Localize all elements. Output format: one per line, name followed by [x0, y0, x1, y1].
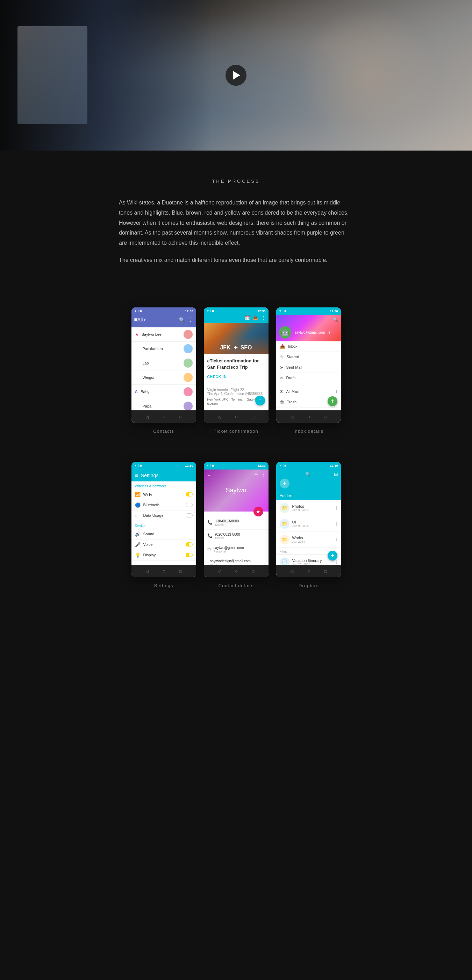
inbox-icon: 📥 [280, 344, 285, 349]
process-section: THE PROCESS As Wiki states, a Duotone is… [0, 151, 472, 293]
status-time: 12:30 [330, 464, 338, 468]
home-button[interactable] [163, 414, 165, 420]
home-button[interactable] [163, 568, 165, 574]
list-item[interactable]: 🎤 Voice [131, 539, 196, 550]
list-item[interactable]: 📥 Inbox [276, 341, 341, 352]
more-icon[interactable]: ℹ [336, 505, 337, 511]
dropdown-icon[interactable]: ▼ [143, 318, 146, 322]
more-icon[interactable]: ℹ [336, 521, 337, 527]
wifi-icon: 📶 [135, 492, 141, 497]
list-item[interactable]: Panxiaoben [131, 342, 196, 356]
phone-more[interactable]: ⋮ [261, 519, 265, 524]
search-icon[interactable]: 🔍 [179, 317, 185, 323]
list-item[interactable]: Weigor [131, 371, 196, 385]
list-item[interactable]: 📁 Works Jan 2014 ℹ [276, 532, 341, 547]
list-item[interactable]: ✉ Drafts [276, 373, 341, 383]
more-icon[interactable]: ℹ [336, 560, 337, 565]
avatar [184, 330, 193, 339]
recents-button[interactable] [252, 568, 254, 574]
back-button[interactable] [218, 414, 221, 420]
home-button[interactable] [235, 568, 238, 574]
menu-icon[interactable]: ≡ [134, 317, 138, 323]
recents-button[interactable] [324, 414, 326, 420]
recents-button[interactable] [324, 568, 326, 574]
list-item[interactable]: 🔵 Bluetooth [131, 500, 196, 511]
list-item[interactable]: ☆ Starred [276, 352, 341, 363]
phone-more[interactable]: ⋮ [261, 533, 265, 537]
avatar [184, 387, 193, 396]
status-bar: ▼ ⟨ ◼ 12:30 [276, 307, 341, 315]
more-icon[interactable]: ⋮ [261, 472, 266, 477]
edit-icon[interactable]: ✏ [255, 472, 258, 477]
home-button[interactable] [307, 414, 310, 420]
more-icon[interactable]: ℹ [336, 537, 337, 542]
settings-phone-wrapper: ▼ ⟨ ◼ 12:30 ≡ Settings Wireless & networ… [131, 462, 196, 588]
star-icon: ☆ [280, 354, 284, 360]
more-icon[interactable]: ⋮ [261, 315, 266, 321]
add-button[interactable]: + [280, 479, 290, 488]
list-item[interactable]: 🔊 Sound [131, 529, 196, 539]
ticket-label: Ticket confirmation [214, 428, 258, 434]
play-button[interactable] [225, 65, 247, 86]
contacts-header: ≡ All ▼ 🔍 ⋮ [131, 315, 196, 328]
list-item[interactable]: 📁 Photos Jan 9, 2014 ℹ [276, 500, 341, 516]
list-item[interactable]: 📁 UI Jan 9, 2014 ℹ [276, 516, 341, 532]
compose-fab[interactable]: + [328, 396, 337, 406]
data-toggle[interactable] [186, 513, 193, 517]
wifi-label: Wi-Fi [143, 492, 152, 496]
favorite-fab[interactable]: ★ [253, 507, 263, 516]
phone-number: 138-0013-8000 [215, 519, 239, 523]
folder-icon: 📁 [280, 535, 290, 544]
list-item[interactable]: 💡 Display [131, 550, 196, 560]
voice-toggle[interactable] [186, 542, 193, 547]
list-item[interactable]: ★ Saytwo Lee [131, 328, 196, 342]
back-button[interactable] [146, 414, 149, 420]
list-item[interactable]: 📶 Wi-Fi [131, 490, 196, 500]
bluetooth-toggle[interactable] [186, 503, 193, 507]
contacts-title-bar: ≡ All ▼ 🔍 ⋮ [134, 315, 193, 325]
menu-icon[interactable]: ≡ [135, 473, 138, 479]
sound-label: Sound [143, 532, 155, 536]
contact-details-phone: ▼ ⟨ ◼ 12:30 ← ✏ ⋮ Saytwo ★ 📞 138-0013-80… [204, 462, 269, 578]
more-icon[interactable]: ⋮ [188, 317, 193, 323]
back-button[interactable] [218, 568, 221, 574]
avatar [184, 358, 193, 368]
dropdown-icon[interactable]: ▼ [328, 331, 331, 334]
list-item[interactable]: 📞 138-0013-8000 Mobile ⋮ [204, 516, 269, 530]
search-icon[interactable]: 🔍 [305, 472, 310, 477]
back-button[interactable] [290, 414, 293, 420]
back-button[interactable] [290, 568, 293, 574]
search-icon[interactable]: 🔍 [333, 317, 338, 322]
recents-button[interactable] [179, 568, 182, 574]
home-button[interactable] [235, 414, 238, 420]
hero-section [0, 0, 472, 151]
folder-info: Works Jan 2014 [292, 536, 305, 543]
phone-type: Mobile [215, 523, 239, 527]
list-item[interactable]: Lao [131, 356, 196, 371]
back-icon[interactable]: ← [207, 473, 212, 478]
list-item[interactable]: 📞 (020)0013-8000 Mobile ⋮ [204, 530, 269, 543]
device-section-label: Device [131, 521, 196, 529]
recents-button[interactable] [252, 414, 254, 420]
wifi-toggle[interactable] [186, 492, 193, 496]
all-label: All [138, 317, 143, 323]
grid-icon[interactable]: ⊞ [334, 471, 338, 477]
archive-icon[interactable]: 📥 [253, 315, 258, 320]
list-item[interactable]: ➤ Sent Mail [276, 363, 341, 373]
list-item[interactable]: ✉ saytwo@gmail.com Personal [204, 543, 269, 556]
list-item[interactable]: ↕ Data Usage [131, 511, 196, 521]
list-item[interactable]: A Baby [131, 385, 196, 399]
nav-bar [131, 565, 196, 578]
list-item[interactable]: ✉ All Mail ℹ [276, 387, 341, 397]
display-toggle[interactable] [186, 553, 193, 557]
upload-fab[interactable]: + [328, 551, 337, 560]
recents-button[interactable] [179, 414, 182, 420]
check-in-button[interactable]: CHECK IN [207, 375, 227, 379]
back-button[interactable] [146, 568, 149, 574]
flight-number: Virgin America Flight 22 [207, 388, 265, 392]
ticket-fab[interactable]: ↑ [255, 396, 265, 406]
phones-row-2: ▼ ⟨ ◼ 12:30 ≡ Settings Wireless & networ… [0, 448, 472, 602]
menu-icon[interactable]: ≡ [279, 471, 282, 477]
home-button[interactable] [307, 568, 310, 574]
calendar-icon[interactable]: 📅 [245, 315, 250, 320]
